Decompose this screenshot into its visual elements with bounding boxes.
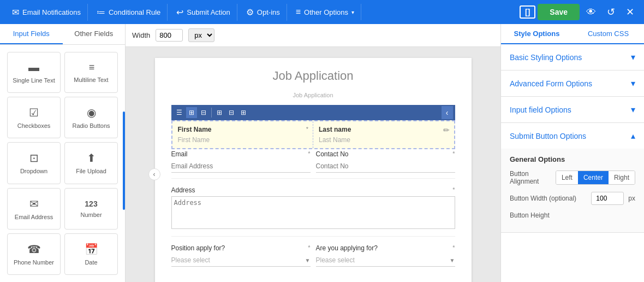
dropdown-arrow-icon: ▼ [450,257,455,263]
form-canvas: ‹ Job Application Job Application ☰ ⊞ ⊟ … [126,47,500,282]
accordion-label: Submit Button Options [510,132,586,140]
button-width-row: Button Width (optional) px [510,192,635,205]
width-label: Width [132,31,150,39]
tab-input-fields[interactable]: Input Fields [0,24,63,44]
refresh-button[interactable]: ↺ [603,4,619,20]
px-unit: px [628,195,635,202]
nav-email-notifications[interactable]: ✉ Email Notifications [5,4,88,21]
button-alignment-group: Left Center Right [556,171,635,185]
button-width-input[interactable] [591,192,624,205]
dropdown-arrow-icon: ▼ [305,257,311,263]
email-icon: ✉ [12,7,19,17]
accordion-input-field-header[interactable]: Input field Options ▾ [501,97,644,122]
field-number[interactable]: 123 Number [64,188,118,230]
nav-opt-ins[interactable]: ⚙ Opt-ins [240,4,287,21]
field-label: Email Address [15,214,53,220]
chevron-down-icon: ▾ [631,52,635,62]
tab-custom-css[interactable]: Custom CSS [573,24,644,44]
dropdown-icon: ⊡ [29,151,39,164]
accordion-submit-button-header[interactable]: Submit Button Options ▴ [501,123,644,149]
nav-label: Conditional Rule [109,8,160,16]
last-name-placeholder: Last Name [319,136,350,144]
scroll-indicator [123,111,125,210]
row-layout-1col[interactable]: ☰ [174,107,185,118]
radio-icon: ◉ [87,106,96,119]
date-icon: 📅 [85,243,98,256]
row-collapse-button[interactable]: ‹ [442,106,453,119]
width-input[interactable] [156,29,183,42]
accordion-basic-styling-header[interactable]: Basic Styling Options ▾ [501,44,644,70]
phone-icon: ☎ [27,243,41,256]
field-grid: ▬ Single Line Text ≡ Multiline Text ☑ Ch… [0,45,125,282]
address-label: Address [171,186,455,194]
email-field-icon: ✉ [29,197,39,210]
row-layout-2col[interactable]: ⊞ [186,107,197,118]
field-tabs: Input Fields Other Fields [0,24,125,45]
left-panel: Input Fields Other Fields ▬ Single Line … [0,24,126,282]
optins-icon: ⚙ [246,7,254,17]
accordion-input-field: Input field Options ▾ [501,97,644,123]
address-textarea[interactable] [171,196,455,229]
email-input[interactable] [171,160,311,173]
email-field[interactable]: * Email [171,150,311,173]
multiline-icon: ≡ [89,62,94,73]
field-date[interactable]: 📅 Date [64,233,118,275]
row-layout-3col[interactable]: ⊟ [198,107,209,118]
button-width-label: Button Width (optional) [510,195,587,202]
upload-icon: ⬆ [87,151,96,164]
field-label: Checkboxes [17,122,51,129]
tab-style-options[interactable]: Style Options [501,24,573,44]
nav-other-options[interactable]: ≡ Other Options ▾ [289,4,361,20]
row-layout-4col[interactable]: ⊞ [214,107,225,118]
align-right-button[interactable]: Right [609,171,635,184]
field-file-upload[interactable]: ⬆ File Upload [64,142,118,184]
field-checkboxes[interactable]: ☑ Checkboxes [7,97,61,138]
row-layout-6col[interactable]: ⊞ [238,107,249,118]
nav-conditional-rule[interactable]: ≔ Conditional Rule [90,4,168,21]
field-radio-buttons[interactable]: ◉ Radio Buttons [64,97,118,138]
align-left-button[interactable]: Left [556,171,578,184]
field-single-line-text[interactable]: ▬ Single Line Text [7,52,61,93]
center-panel: Width px % ‹ Job Application Job Applica… [126,24,500,282]
address-field[interactable]: * Address [171,186,455,231]
accordion-submit-button: Submit Button Options ▴ General Options … [501,123,644,233]
collapse-button[interactable]: ‹ [148,168,160,180]
last-name-field[interactable]: ✏ Last name Last Name [313,121,454,148]
save-button[interactable]: Save [538,4,580,20]
tab-other-fields[interactable]: Other Fields [63,24,126,44]
single-line-icon: ▬ [28,61,39,74]
field-dropdown[interactable]: ⊡ Dropdown [7,142,61,184]
nav-submit-action[interactable]: ↩ Submit Action [170,4,237,21]
contact-field[interactable]: * Contact No [316,150,455,173]
applying-select[interactable]: Please select ▼ [316,254,455,267]
accordion-label: Input field Options [510,105,571,114]
field-label: File Upload [76,168,106,174]
position-field[interactable]: * Position apply for? Please select ▼ [171,244,311,267]
accordion-submit-body: General Options Button Alignment Left Ce… [501,149,644,232]
preview-button[interactable]: 👁 [582,4,600,20]
contact-input[interactable] [316,160,455,173]
accordion-basic-styling: Basic Styling Options ▾ [501,44,644,70]
field-email-address[interactable]: ✉ Email Address [7,188,61,230]
center-toolbar: Width px % [126,24,500,47]
applying-field[interactable]: * Are you applying for? Please select ▼ [316,244,455,267]
first-name-field[interactable]: * First Name First Name [172,121,314,148]
row-layout-5col[interactable]: ⊟ [226,107,237,118]
unit-select[interactable]: px % [188,28,214,42]
button-alignment-label: Button Alignment [510,170,551,185]
checkbox-icon: ☑ [29,106,39,119]
field-label: Number [80,212,102,218]
field-phone-number[interactable]: ☎ Phone Number [7,233,61,275]
nav-label: Email Notifications [22,8,81,16]
close-button[interactable]: ✕ [622,4,639,20]
accordion-label: Advanced Form Options [510,79,592,88]
align-center-button[interactable]: Center [578,171,609,184]
contact-label: Contact No [316,150,455,158]
bracket-button[interactable]: [] [520,5,535,19]
chevron-down-icon: ▾ [631,104,635,115]
nav-label: Opt-ins [257,8,280,16]
required-star: * [452,150,455,157]
position-select[interactable]: Please select ▼ [171,254,311,267]
field-multiline-text[interactable]: ≡ Multiline Text [64,52,118,93]
accordion-advanced-form-header[interactable]: Advanced Form Options ▾ [501,70,644,96]
